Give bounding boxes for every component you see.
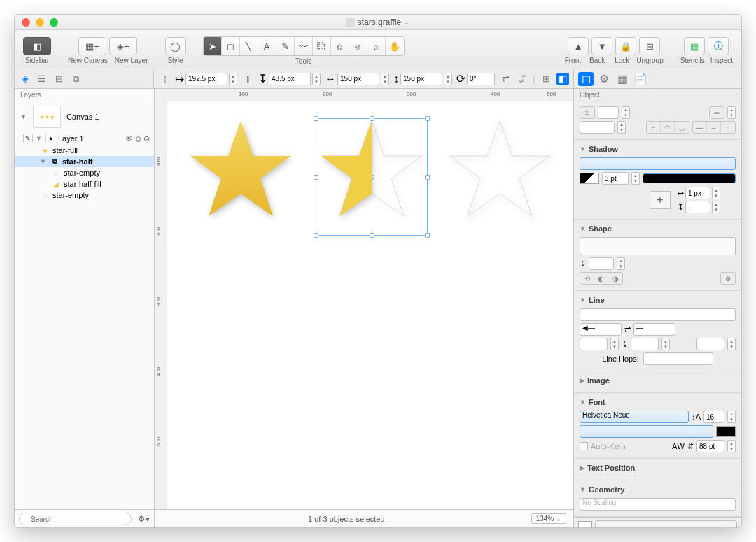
ungroup-button[interactable]: ⊞ xyxy=(639,37,660,55)
radius-stepper[interactable]: ▲▼ xyxy=(617,257,625,270)
brush-tool-icon[interactable]: 〰 xyxy=(295,37,313,55)
lock-button[interactable]: 🔒 xyxy=(615,37,636,55)
star-half-shape[interactable] xyxy=(316,115,428,227)
select-tool-icon[interactable]: ➤ xyxy=(204,37,222,55)
offset-stepper[interactable]: ▲▼ xyxy=(712,187,720,199)
guides-tab-icon[interactable]: ⊞ xyxy=(52,73,65,85)
scaling-select[interactable]: No Scaling xyxy=(580,498,736,511)
disclosure-icon[interactable]: ▶ xyxy=(580,377,584,384)
x-stepper[interactable]: ▲▼ xyxy=(229,73,237,85)
fill-value[interactable] xyxy=(598,106,619,119)
search-input[interactable] xyxy=(19,513,132,525)
zoom-icon[interactable] xyxy=(50,18,58,27)
list-item[interactable]: ★ star-full xyxy=(15,145,154,156)
canvas-row[interactable]: ▼ ★★★ Canvas 1 xyxy=(15,101,154,132)
document-inspector-tab[interactable]: 📄 xyxy=(633,72,648,86)
shadow-gradient[interactable] xyxy=(643,173,736,183)
disclosure-icon[interactable]: ▶ xyxy=(580,464,584,471)
line-start-select[interactable]: ◀— xyxy=(580,323,622,336)
stroke-preview[interactable]: ═ xyxy=(709,106,724,119)
canvas[interactable] xyxy=(167,101,573,509)
layers-tab-icon[interactable]: ◈ xyxy=(19,73,31,85)
shadow-color-well[interactable] xyxy=(580,173,599,184)
back-button[interactable]: ▼ xyxy=(592,37,612,55)
edit-layer-icon[interactable]: ✎ xyxy=(23,134,33,143)
outline-tab-icon[interactable]: ☰ xyxy=(36,73,48,85)
width-input[interactable] xyxy=(337,73,379,85)
autokern-checkbox[interactable] xyxy=(580,442,588,450)
list-item[interactable]: ▼ ⧉ star-half xyxy=(15,156,154,167)
y-stepper[interactable]: ▲▼ xyxy=(312,73,321,85)
star-full-shape[interactable] xyxy=(185,115,297,227)
fill-stepper[interactable]: ▲▼ xyxy=(622,106,630,119)
star-empty-shape[interactable] xyxy=(444,115,556,227)
valign-icon[interactable]: ⫿ xyxy=(241,73,254,85)
text-tool-icon[interactable]: A xyxy=(258,37,276,55)
disclosure-icon[interactable]: ▼ xyxy=(580,486,586,493)
line-spacing-input[interactable] xyxy=(696,440,724,452)
disclosure-icon[interactable]: ▼ xyxy=(580,225,586,232)
layer-row[interactable]: ✎ ▼ ★ Layer 1 👁 ⎙ ⊜ xyxy=(15,132,154,145)
diagram-tool-icon[interactable]: ⿻ xyxy=(313,37,331,55)
halign-icon[interactable]: ⫿ xyxy=(158,73,171,85)
properties-inspector-tab[interactable]: ⚙ xyxy=(596,72,612,86)
stamp-tool-icon[interactable]: ⎌ xyxy=(331,37,349,55)
gear-icon[interactable]: ⚙▾ xyxy=(138,514,150,524)
font-style-select[interactable] xyxy=(580,425,713,438)
shape-picker[interactable] xyxy=(580,237,736,255)
line-type-select[interactable] xyxy=(580,308,736,321)
mid-stepper[interactable]: ▲▼ xyxy=(662,338,670,350)
start-stepper[interactable]: ▲▼ xyxy=(610,338,619,350)
dash-stepper[interactable]: ▲▼ xyxy=(617,121,626,134)
front-button[interactable]: ▲ xyxy=(568,37,589,55)
shadow-add-button[interactable]: + xyxy=(650,191,671,209)
shadow-stroke-stepper[interactable]: ▲▼ xyxy=(631,172,640,185)
list-item[interactable]: ◢ star-half-fill xyxy=(15,178,154,190)
x-input[interactable] xyxy=(186,73,227,85)
line-tool-icon[interactable]: ╲ xyxy=(240,37,258,55)
disclosure-icon[interactable]: ▼ xyxy=(580,297,586,304)
cap-segments[interactable]: —–· xyxy=(692,121,736,134)
new-layer-button[interactable]: ◈+ xyxy=(109,37,137,55)
zoom-tool-icon[interactable]: ⌕ xyxy=(368,37,386,55)
visibility-icon[interactable]: 👁 xyxy=(125,134,133,143)
shadow-stroke-input[interactable] xyxy=(602,172,629,185)
font-size-input[interactable] xyxy=(704,411,724,423)
style-button[interactable]: ◯ xyxy=(165,37,186,55)
layer-disclosure-icon[interactable]: ▼ xyxy=(36,135,43,142)
close-icon[interactable] xyxy=(22,18,30,27)
line-end-size[interactable] xyxy=(696,338,724,350)
font-size-stepper[interactable]: ▲▼ xyxy=(727,411,736,423)
flip-v-icon[interactable]: ⇵ xyxy=(516,73,528,85)
shape-combine[interactable]: ⊕ xyxy=(720,272,736,285)
stencils-button[interactable]: ▦ xyxy=(684,37,705,55)
hand-tool-icon[interactable]: ✋ xyxy=(386,37,404,55)
canvas-inspector-tab[interactable]: ▦ xyxy=(615,72,630,86)
corner-segments[interactable]: ⌐◠◡ xyxy=(646,121,690,134)
disclosure-icon[interactable]: ▼ xyxy=(580,399,586,406)
corner-radius-input[interactable] xyxy=(589,257,614,270)
fill-segments[interactable]: ≡ xyxy=(580,106,595,119)
object-inspector-tab[interactable]: ◻ xyxy=(578,72,594,86)
sidebar-toggle-button[interactable]: ◧ xyxy=(23,37,51,55)
shape-ops[interactable]: ⟲◐◑ xyxy=(580,272,623,285)
resize-handle[interactable] xyxy=(425,233,430,238)
resize-handle[interactable] xyxy=(370,233,374,238)
shadow-type-select[interactable] xyxy=(580,157,736,170)
pen-tool-icon[interactable]: ✎ xyxy=(276,37,295,55)
line-start-size[interactable] xyxy=(580,338,608,350)
height-stepper[interactable]: ▲▼ xyxy=(444,73,452,85)
rotation-input[interactable] xyxy=(467,73,495,85)
shadow-offset-input[interactable] xyxy=(685,187,710,199)
line-end-select[interactable]: — xyxy=(634,323,676,336)
line-hops-select[interactable] xyxy=(643,352,713,365)
list-item[interactable]: ☆ star-empty xyxy=(15,167,154,178)
title-dropdown-icon[interactable]: ⌄ xyxy=(404,19,410,26)
flip-h-icon[interactable]: ⇄ xyxy=(499,73,512,85)
dash-input[interactable] xyxy=(580,121,615,134)
ruler-units-icon[interactable]: ⊞ xyxy=(540,73,552,85)
spacing-stepper[interactable]: ▲▼ xyxy=(727,440,736,452)
resize-handle[interactable] xyxy=(314,233,318,238)
lock-layer-icon[interactable]: ⊜ xyxy=(144,134,150,143)
disclosure-icon[interactable]: ▼ xyxy=(20,113,27,120)
